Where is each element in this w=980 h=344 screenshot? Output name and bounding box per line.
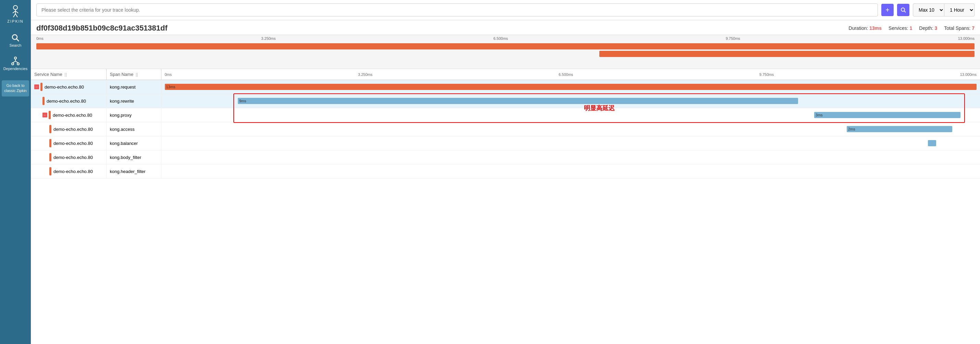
table-row: −demo-echo.echo.80kong.proxy3ms xyxy=(31,108,980,122)
sidebar-search-label: Search xyxy=(10,43,22,47)
max-results-select[interactable]: Max 10 xyxy=(913,3,944,16)
tl-th-3: 9.750ms xyxy=(759,72,774,77)
tl-th-2: 6.500ms xyxy=(558,72,573,77)
svg-line-4 xyxy=(13,14,16,17)
svg-line-13 xyxy=(16,61,18,63)
table-row: demo-echo.echo.80kong.balancer xyxy=(31,136,980,150)
service-cell: −demo-echo.echo.80 xyxy=(31,80,106,94)
topbar: + Max 10 1 Hour xyxy=(31,0,980,20)
timeline-labels: 0ms 3.250ms 6.500ms 9.750ms 13.000ms xyxy=(36,35,975,40)
run-search-button[interactable] xyxy=(897,4,909,16)
time-range-select[interactable]: 1 Hour xyxy=(944,3,975,16)
overview-bar-1 xyxy=(36,43,975,50)
span-name-cell: kong.body_filter xyxy=(106,150,161,165)
svg-point-14 xyxy=(901,8,905,11)
timeline-bars xyxy=(36,42,975,62)
col-header-span: Span Name || xyxy=(106,69,161,80)
service-cell: demo-echo.echo.80 xyxy=(31,165,106,179)
sidebar-item-search[interactable]: Search xyxy=(2,30,29,50)
timeline-label-0: 0ms xyxy=(36,37,43,40)
span-name-cell: kong.balancer xyxy=(106,136,161,150)
timeline-label-4: 13.000ms xyxy=(958,37,975,40)
service-indicator xyxy=(40,83,43,91)
timeline-cell xyxy=(161,165,980,179)
service-name: demo-echo.echo.80 xyxy=(46,99,86,104)
service-name: demo-echo.echo.80 xyxy=(54,127,93,132)
search-run-icon xyxy=(900,7,906,13)
svg-line-12 xyxy=(13,61,16,63)
tl-th-0: 0ms xyxy=(165,72,172,77)
span-name-cell: kong.access xyxy=(106,122,161,136)
search-input[interactable] xyxy=(36,3,878,16)
collapse-button[interactable]: − xyxy=(43,113,47,117)
timeline-cell: 9ms xyxy=(161,94,980,108)
trace-table: Service Name || Span Name || 0ms 3.250ms… xyxy=(31,69,980,179)
col-header-service: Service Name || xyxy=(31,69,106,80)
svg-point-10 xyxy=(17,63,19,65)
span-name-cell: kong.header_filter xyxy=(106,165,161,179)
col-resize-span[interactable]: || xyxy=(135,72,139,77)
main-content: + Max 10 1 Hour df0f308d19b851b09c8c91ac… xyxy=(31,0,980,344)
service-cell: demo-echo.echo.80 xyxy=(31,94,106,108)
service-indicator xyxy=(49,153,51,162)
table-row: demo-echo.echo.80kong.access2ms xyxy=(31,122,980,136)
service-name: demo-echo.echo.80 xyxy=(53,113,92,118)
services-meta: Services: 1 xyxy=(889,26,912,31)
svg-line-7 xyxy=(16,39,19,41)
span-bar: 13ms xyxy=(165,84,977,90)
filter-controls: Max 10 1 Hour xyxy=(913,3,975,16)
timeline-cell: 3ms xyxy=(161,108,980,122)
fork-icon xyxy=(11,56,20,66)
service-cell: demo-echo.echo.80 xyxy=(31,136,106,150)
service-indicator xyxy=(49,167,51,176)
service-name: demo-echo.echo.80 xyxy=(45,85,84,90)
timeline-cell xyxy=(161,150,980,165)
service-name: demo-echo.echo.80 xyxy=(54,155,93,160)
table-row: demo-echo.echo.80kong.header_filter xyxy=(31,165,980,179)
sidebar-item-dependencies[interactable]: Dependencies xyxy=(2,54,29,74)
service-indicator xyxy=(49,111,51,119)
span-bar: 2ms xyxy=(847,126,952,132)
svg-line-5 xyxy=(16,14,18,17)
timeline-cell xyxy=(161,136,980,150)
svg-line-3 xyxy=(16,11,18,13)
total-spans-meta: Total Spans: 7 xyxy=(944,26,975,31)
service-cell: −demo-echo.echo.80 xyxy=(31,108,106,122)
trace-meta: Duration: 13ms Services: 1 Depth: 3 Tota… xyxy=(849,26,975,31)
svg-point-6 xyxy=(12,35,17,40)
service-name: demo-echo.echo.80 xyxy=(54,169,93,174)
trace-table-wrapper[interactable]: Service Name || Span Name || 0ms 3.250ms… xyxy=(31,69,980,344)
service-indicator xyxy=(49,125,51,133)
svg-line-2 xyxy=(13,11,16,13)
timeline-label-3: 9.750ms xyxy=(726,37,740,40)
collapse-button[interactable]: − xyxy=(34,85,39,89)
svg-point-0 xyxy=(13,5,18,10)
service-name: demo-echo.echo.80 xyxy=(54,141,93,146)
service-indicator xyxy=(49,139,51,147)
logo[interactable]: ZIPKIN xyxy=(7,3,23,23)
tl-th-1: 3.250ms xyxy=(358,72,372,77)
timeline-label-2: 6.500ms xyxy=(493,37,508,40)
col-resize-service[interactable]: || xyxy=(64,72,68,77)
timeline-cell: 2ms xyxy=(161,122,980,136)
col-header-timeline: 0ms 3.250ms 6.500ms 9.750ms 13.000ms xyxy=(161,69,980,80)
trace-rows: −demo-echo.echo.80kong.request13msdemo-e… xyxy=(31,80,980,179)
timeline-cell: 13ms xyxy=(161,80,980,94)
tl-th-4: 13.000ms xyxy=(960,72,977,77)
table-row: demo-echo.echo.80kong.rewrite9ms xyxy=(31,94,980,108)
span-bar xyxy=(928,140,936,146)
svg-point-8 xyxy=(14,57,16,59)
service-indicator xyxy=(43,97,45,105)
svg-point-9 xyxy=(12,63,14,65)
logo-text: ZIPKIN xyxy=(7,19,23,23)
service-cell: demo-echo.echo.80 xyxy=(31,150,106,165)
trace-id: df0f308d19b851b09c8c91ac351381df xyxy=(36,24,167,33)
overview-bar-2 xyxy=(599,51,975,57)
depth-meta: Depth: 3 xyxy=(919,26,937,31)
span-bar: 9ms xyxy=(238,98,798,104)
span-bar: 3ms xyxy=(814,112,961,118)
span-name-cell: kong.rewrite xyxy=(106,94,161,108)
go-back-button[interactable]: Go back to classic Zipkin xyxy=(2,80,29,96)
add-criteria-button[interactable]: + xyxy=(881,4,894,16)
table-row: demo-echo.echo.80kong.body_filter xyxy=(31,150,980,165)
